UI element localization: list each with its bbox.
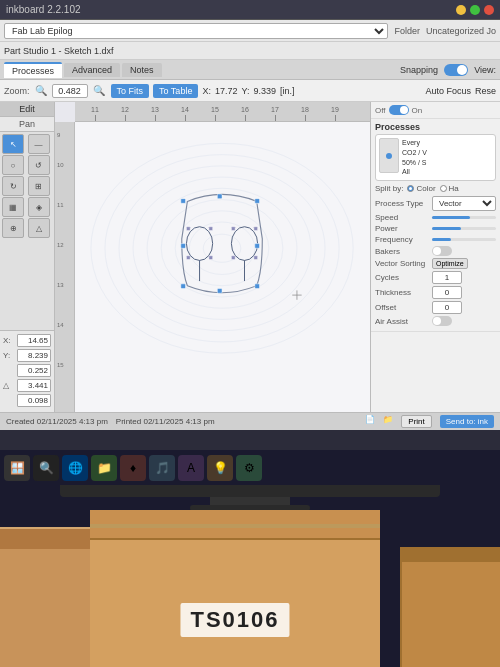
created-label: Created 02/11/2025 4:13 pm bbox=[6, 417, 108, 426]
tab-advanced[interactable]: Advanced bbox=[64, 63, 120, 77]
zoom-in-btn[interactable]: 🔍 bbox=[91, 85, 107, 96]
minimize-btn[interactable] bbox=[456, 5, 466, 15]
monitor-bezel bbox=[60, 485, 440, 497]
thickness-row: Thickness bbox=[375, 286, 496, 299]
tab-processes[interactable]: Processes bbox=[4, 62, 62, 78]
vector-sorting-row: Vector Sorting Optimize bbox=[375, 258, 496, 269]
svg-rect-20 bbox=[255, 284, 260, 289]
taskbar-edge[interactable]: 🌐 bbox=[62, 455, 88, 481]
air-assist-label: Air Assist bbox=[375, 317, 430, 326]
zoom-label: Zoom: bbox=[4, 86, 30, 96]
box-label: TS0106 bbox=[180, 603, 289, 637]
power-slider[interactable] bbox=[432, 227, 496, 230]
taskbar-app1[interactable]: 📁 bbox=[91, 455, 117, 481]
reset-label[interactable]: Rese bbox=[475, 86, 496, 96]
monitor-stand bbox=[210, 497, 290, 505]
to-fit-button[interactable]: To Fits bbox=[111, 84, 150, 98]
tab-notes[interactable]: Notes bbox=[122, 63, 162, 77]
tool-zoom-tool[interactable]: ⊕ bbox=[2, 218, 24, 238]
speed-slider[interactable] bbox=[432, 216, 496, 219]
pan-header: Pan bbox=[0, 117, 54, 132]
tool-node[interactable]: ◈ bbox=[28, 197, 50, 217]
svg-rect-23 bbox=[186, 256, 190, 260]
svg-point-3 bbox=[161, 200, 283, 297]
coord-x-row: X: 14.65 bbox=[3, 334, 51, 347]
air-assist-row: Air Assist bbox=[375, 316, 496, 326]
taskbar: 🪟 🔍 🌐 📁 ♦ 🎵 A 💡 ⚙ bbox=[0, 450, 500, 485]
toggle-knob bbox=[457, 65, 467, 75]
main-toggle[interactable] bbox=[389, 105, 409, 115]
air-assist-toggle[interactable] bbox=[432, 316, 452, 326]
split-by-row: Split by: Color Ha bbox=[375, 184, 496, 193]
svg-point-7 bbox=[105, 155, 339, 342]
process-card[interactable]: Every CO2 / V 50% / S All bbox=[375, 134, 496, 181]
print-button[interactable]: Print bbox=[401, 415, 431, 428]
frequency-slider[interactable] bbox=[432, 238, 496, 241]
split-by-label: Split by: bbox=[375, 184, 403, 193]
tool-cursor[interactable]: ↖ bbox=[2, 134, 24, 154]
tool-rotate[interactable]: ↺ bbox=[28, 155, 50, 175]
process-type-select[interactable]: Vector bbox=[432, 196, 496, 211]
taskbar-app6[interactable]: ⚙ bbox=[236, 455, 262, 481]
frequency-row: Frequency bbox=[375, 235, 496, 244]
zoom-out-btn[interactable]: 🔍 bbox=[33, 85, 49, 96]
svg-point-10 bbox=[231, 227, 257, 261]
off-label: Off bbox=[375, 106, 386, 115]
taskbar-start[interactable]: 🪟 bbox=[4, 455, 30, 481]
title-bar: inkboard 2.2.102 bbox=[0, 0, 500, 20]
close-btn[interactable] bbox=[484, 5, 494, 15]
svg-rect-16 bbox=[181, 244, 186, 249]
taskbar-app3[interactable]: 🎵 bbox=[149, 455, 175, 481]
cycles-input[interactable] bbox=[432, 271, 462, 284]
coord-5-value: 0.098 bbox=[17, 394, 51, 407]
file-bar: Part Studio 1 - Sketch 1.dxf bbox=[0, 42, 500, 60]
canvas-area[interactable]: 11 12 13 14 15 16 17 18 19 9 10 11 12 bbox=[55, 102, 370, 412]
left-panel: Edit Pan ↖ — ○ ↺ ↻ ⊞ ▦ ◈ ⊕ △ X: 14.65 bbox=[0, 102, 55, 412]
color-radio[interactable]: Color bbox=[407, 184, 435, 193]
tool-shape[interactable]: ○ bbox=[2, 155, 24, 175]
taskbar-app4[interactable]: A bbox=[178, 455, 204, 481]
tool-measure[interactable]: △ bbox=[28, 218, 50, 238]
send-button[interactable]: Send to: ink bbox=[440, 415, 494, 428]
machine-select[interactable]: Fab Lab Epilog bbox=[4, 23, 388, 39]
taskbar-app2[interactable]: ♦ bbox=[120, 455, 146, 481]
coord-x-value: 14.65 bbox=[17, 334, 51, 347]
svg-rect-25 bbox=[231, 227, 235, 231]
svg-rect-19 bbox=[217, 289, 222, 294]
right-panel: Off On Processes Every bbox=[370, 102, 500, 412]
offset-row: Offset bbox=[375, 301, 496, 314]
machine-bar: Fab Lab Epilog Folder Uncategorized Jo bbox=[0, 20, 500, 42]
cycles-label: Cycles bbox=[375, 273, 430, 282]
coord-3-value: 0.252 bbox=[17, 364, 51, 377]
box-main: TS0106 bbox=[90, 510, 380, 667]
taskbar-search[interactable]: 🔍 bbox=[33, 455, 59, 481]
maximize-btn[interactable] bbox=[470, 5, 480, 15]
coord-y-row: Y: 8.239 bbox=[3, 349, 51, 362]
thickness-input[interactable] bbox=[432, 286, 462, 299]
bakers-toggle[interactable] bbox=[432, 246, 452, 256]
zoom-value[interactable]: 0.482 bbox=[52, 84, 88, 98]
coord-3-row: 0.252 bbox=[3, 364, 51, 377]
tool-frame[interactable]: ▦ bbox=[2, 197, 24, 217]
snapping-toggle[interactable] bbox=[444, 64, 468, 76]
taskbar-app5[interactable]: 💡 bbox=[207, 455, 233, 481]
on-label: On bbox=[412, 106, 423, 115]
optimize-button[interactable]: Optimize bbox=[432, 258, 468, 269]
folder-label: Folder bbox=[394, 26, 420, 36]
process-type-row: Process Type Vector bbox=[375, 196, 496, 211]
svg-rect-17 bbox=[255, 244, 260, 249]
view-label: View: bbox=[474, 65, 496, 75]
window-controls bbox=[456, 5, 494, 15]
tool-line[interactable]: — bbox=[28, 134, 50, 154]
power-row: Power bbox=[375, 224, 496, 233]
tool-grid[interactable]: ⊞ bbox=[28, 176, 50, 196]
speed-row: Speed bbox=[375, 213, 496, 222]
ha-radio[interactable]: Ha bbox=[440, 184, 459, 193]
tool-redo[interactable]: ↻ bbox=[2, 176, 24, 196]
x-label: X: bbox=[202, 86, 211, 96]
offset-input[interactable] bbox=[432, 301, 462, 314]
y-label: Y: bbox=[241, 86, 249, 96]
svg-rect-18 bbox=[181, 284, 186, 289]
to-table-button[interactable]: To Table bbox=[153, 84, 198, 98]
coord-4-value: 3.441 bbox=[17, 379, 51, 392]
